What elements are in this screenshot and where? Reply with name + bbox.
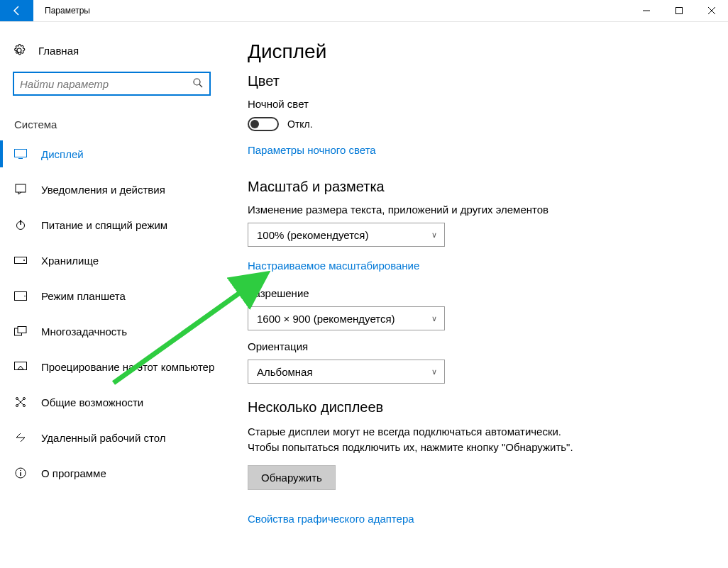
svg-rect-8: [16, 184, 26, 192]
svg-point-14: [24, 295, 26, 296]
resolution-label: Разрешение: [248, 287, 714, 299]
notification-icon: [14, 184, 27, 195]
home-button[interactable]: Главная: [0, 38, 224, 63]
sidebar-item-label: О программе: [41, 467, 106, 479]
sidebar-item-projecting[interactable]: Проецирование на этот компьютер: [0, 349, 224, 384]
sidebar-item-label: Общие возможности: [41, 396, 143, 408]
night-light-settings-link[interactable]: Параметры ночного света: [248, 144, 376, 156]
sidebar-item-label: Уведомления и действия: [41, 184, 165, 196]
page-title: Дисплей: [248, 40, 714, 63]
shared-icon: [14, 396, 27, 408]
scale-label: Изменение размера текста, приложений и д…: [248, 204, 714, 216]
sidebar-item-multitasking[interactable]: Многозадачность: [0, 313, 224, 349]
night-light-label: Ночной свет: [248, 98, 714, 110]
sidebar-item-shared[interactable]: Общие возможности: [0, 384, 224, 420]
svg-line-5: [199, 84, 202, 87]
sidebar-item-notifications[interactable]: Уведомления и действия: [0, 172, 224, 207]
sidebar-item-label: Проецирование на этот компьютер: [41, 361, 214, 373]
svg-rect-1: [676, 8, 683, 14]
window-title: Параметры: [33, 0, 90, 21]
chevron-down-icon: ∨: [431, 230, 437, 240]
svg-rect-16: [18, 327, 26, 333]
search-icon: [192, 77, 204, 91]
section-color: Цвет: [248, 73, 714, 89]
sidebar-item-label: Многозадачность: [41, 325, 127, 338]
resolution-dropdown[interactable]: 1600 × 900 (рекомендуется) ∨: [248, 306, 445, 330]
monitor-icon: [14, 149, 27, 159]
back-button[interactable]: [0, 0, 33, 21]
multitask-icon: [14, 326, 27, 336]
close-icon: [708, 7, 715, 14]
sidebar-item-storage[interactable]: Хранилище: [0, 243, 224, 278]
night-light-state: Откл.: [287, 118, 313, 130]
minimize-button[interactable]: [630, 0, 663, 21]
close-button[interactable]: [695, 0, 728, 21]
resolution-value: 1600 × 900 (рекомендуется): [257, 313, 395, 325]
section-multi: Несколько дисплеев: [248, 399, 714, 416]
project-icon: [14, 362, 27, 372]
svg-point-25: [20, 470, 21, 472]
svg-point-4: [194, 79, 200, 85]
svg-point-12: [23, 260, 25, 261]
chevron-down-icon: ∨: [431, 367, 437, 377]
sidebar-section-title: Система: [0, 96, 224, 136]
scale-value: 100% (рекомендуется): [257, 229, 368, 241]
custom-scaling-link[interactable]: Настраиваемое масштабирование: [248, 260, 419, 272]
orientation-value: Альбомная: [257, 366, 313, 378]
sidebar-item-label: Хранилище: [41, 255, 99, 267]
search-input[interactable]: [20, 78, 192, 90]
power-icon: [14, 219, 27, 230]
maximize-button[interactable]: [663, 0, 695, 21]
search-input-wrapper[interactable]: [13, 72, 211, 96]
sidebar-item-remote[interactable]: Удаленный рабочий стол: [0, 420, 224, 455]
sidebar-item-tablet[interactable]: Режим планшета: [0, 278, 224, 313]
remote-icon: [14, 432, 27, 443]
scale-dropdown[interactable]: 100% (рекомендуется) ∨: [248, 223, 445, 247]
home-label: Главная: [38, 45, 79, 57]
sidebar-item-label: Дисплей: [41, 148, 84, 160]
arrow-left-icon: [11, 5, 23, 16]
sidebar-item-display[interactable]: Дисплей: [0, 136, 224, 172]
sidebar-item-about[interactable]: О программе: [0, 455, 224, 491]
sidebar-item-power[interactable]: Питание и спящий режим: [0, 207, 224, 243]
tablet-icon: [14, 291, 27, 301]
chevron-down-icon: ∨: [431, 314, 437, 323]
gpu-properties-link[interactable]: Свойства графического адаптера: [248, 513, 414, 525]
night-light-toggle[interactable]: [248, 117, 279, 131]
minimize-icon: [643, 7, 650, 14]
sidebar-item-label: Удаленный рабочий стол: [41, 432, 165, 444]
orientation-label: Ориентация: [248, 340, 714, 352]
orientation-dropdown[interactable]: Альбомная ∨: [248, 360, 445, 384]
section-scale: Масштаб и разметка: [248, 179, 714, 195]
gear-icon: [13, 44, 26, 57]
multi-body: Старые дисплеи могут не всегда подключат…: [248, 424, 588, 455]
sidebar-item-label: Питание и спящий режим: [41, 219, 167, 231]
svg-rect-6: [15, 150, 27, 157]
info-icon: [14, 467, 27, 479]
maximize-icon: [675, 7, 683, 14]
sidebar-item-label: Режим планшета: [41, 290, 126, 302]
detect-button[interactable]: Обнаружить: [248, 465, 336, 490]
storage-icon: [14, 257, 27, 264]
